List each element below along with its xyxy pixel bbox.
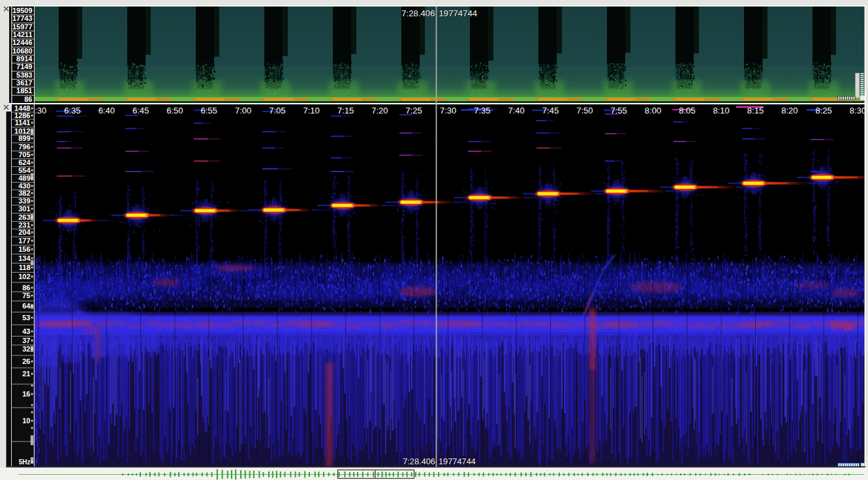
svg-text:7:15: 7:15 (337, 106, 354, 115)
svg-text:5383: 5383 (16, 71, 32, 79)
svg-text:17743: 17743 (12, 14, 33, 22)
svg-text:102: 102 (18, 273, 30, 280)
svg-text:796: 796 (18, 143, 30, 151)
svg-text:75: 75 (22, 292, 30, 299)
svg-text:37: 37 (22, 337, 30, 344)
svg-text:10: 10 (22, 417, 30, 425)
svg-text:19774744: 19774744 (439, 457, 476, 466)
svg-text:624: 624 (18, 158, 31, 166)
svg-text:705: 705 (18, 151, 30, 158)
svg-text:5Hz: 5Hz (19, 458, 31, 466)
svg-text:6:55: 6:55 (201, 106, 217, 115)
svg-text:8:15: 8:15 (747, 106, 764, 115)
svg-text:86: 86 (24, 95, 32, 103)
svg-text:156: 156 (18, 245, 30, 253)
svg-text:8:30: 8:30 (850, 106, 866, 115)
svg-text:301: 301 (18, 205, 30, 213)
svg-text:7:10: 7:10 (303, 106, 320, 115)
svg-text:6:35: 6:35 (64, 106, 80, 115)
svg-text:7:28.406: 7:28.406 (403, 457, 435, 466)
svg-text:204: 204 (18, 228, 31, 236)
svg-text:8914: 8914 (16, 55, 33, 63)
svg-text:263: 263 (18, 213, 30, 221)
svg-text:16: 16 (22, 390, 30, 398)
svg-text:7:20: 7:20 (371, 106, 388, 115)
svg-text:489: 489 (18, 174, 30, 182)
svg-text:118: 118 (19, 263, 31, 271)
svg-text:19509: 19509 (12, 7, 33, 14)
svg-text:6:50: 6:50 (166, 106, 183, 115)
svg-text:86: 86 (22, 284, 30, 292)
svg-text:15977: 15977 (12, 23, 33, 31)
svg-text:7:40: 7:40 (508, 106, 525, 115)
svg-text:8:00: 8:00 (645, 106, 661, 115)
svg-text:1141: 1141 (15, 119, 31, 127)
svg-text:382: 382 (18, 189, 30, 197)
svg-text:899: 899 (18, 134, 30, 142)
svg-text:19774744: 19774744 (439, 8, 478, 18)
svg-text:177: 177 (18, 237, 30, 245)
svg-text:7:30: 7:30 (440, 106, 456, 115)
svg-text:43: 43 (22, 327, 30, 335)
svg-text:6:45: 6:45 (132, 106, 149, 115)
svg-text:8:20: 8:20 (781, 106, 798, 115)
svg-text:3617: 3617 (16, 79, 32, 87)
svg-text:8:10: 8:10 (713, 106, 730, 115)
svg-text:8:25: 8:25 (816, 106, 832, 115)
svg-text:1851: 1851 (16, 87, 32, 95)
svg-text:7:55: 7:55 (611, 106, 627, 115)
svg-text:339: 339 (18, 197, 30, 205)
svg-text:7149: 7149 (16, 63, 32, 70)
svg-text:554: 554 (18, 166, 31, 174)
svg-text:7:05: 7:05 (269, 106, 285, 115)
svg-text:7:28.406: 7:28.406 (401, 8, 435, 18)
svg-text:64: 64 (22, 302, 31, 310)
svg-text:10680: 10680 (12, 47, 33, 55)
svg-text:12446: 12446 (12, 38, 33, 46)
svg-text:134: 134 (18, 254, 31, 262)
svg-text:8:05: 8:05 (679, 106, 695, 115)
svg-text:7:25: 7:25 (406, 106, 422, 115)
svg-text:7:50: 7:50 (576, 106, 593, 115)
svg-text:53: 53 (22, 314, 30, 322)
svg-text:14211: 14211 (13, 31, 33, 38)
svg-text:21: 21 (22, 370, 30, 378)
svg-text:32: 32 (22, 345, 30, 353)
svg-text:6:40: 6:40 (99, 106, 115, 115)
svg-text:26: 26 (22, 357, 30, 365)
svg-text:7:45: 7:45 (542, 106, 559, 115)
svg-text:7:35: 7:35 (474, 106, 490, 115)
svg-text:7:00: 7:00 (235, 106, 251, 115)
